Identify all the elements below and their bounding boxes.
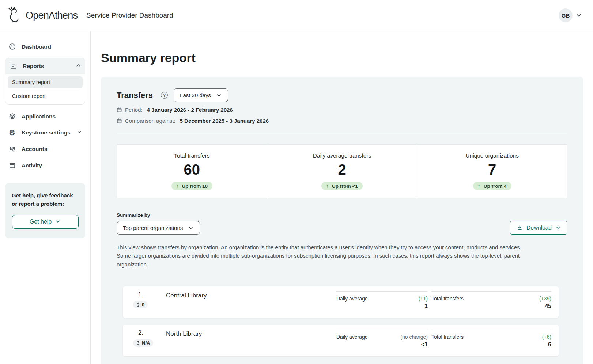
reports-group: Reports Summary report Custom report [5,58,85,105]
daily-average-change: (+1) [419,296,428,302]
change-badge: ↑ Up from <1 [321,182,363,190]
total-transfers-value: 6 [431,341,551,348]
stat-card-unique-organizations: Unique organizations 7 ↑ Up from 4 [417,145,567,198]
up-arrow-icon: ↑ [326,183,329,189]
gear-icon: ⚙ [8,129,16,136]
table-row[interactable]: 1. 0 Central Library Daily average (+1) … [123,286,559,318]
daily-average-value: <1 [336,341,428,348]
sidebar-item-label: Dashboard [22,43,51,50]
rank-change-pill: N/A [133,339,153,347]
rank-column: 2. N/A [133,330,166,347]
stat-value: 60 [117,162,267,178]
rank-change-up-down-icon [136,302,140,307]
comparison-value: 5 December 2025 - 3 January 2026 [180,118,269,124]
organization-name: North Library [166,330,336,338]
total-transfers-label: Total transfers [431,334,464,340]
get-help-chevron-down-icon [55,219,61,224]
stat-label: Unique organizations [417,152,567,159]
sidebar: Dashboard Reports Summary report Custom … [0,31,91,364]
download-icon [517,225,523,231]
total-transfers-cell: Total transfers (+39) 45 [431,291,551,310]
date-range-value: Last 30 days [180,92,211,98]
page-title: Summary report [101,51,593,65]
stat-label: Total transfers [117,152,267,159]
stat-card-total-transfers: Total transfers 60 ↑ Up from 10 [117,145,267,198]
total-transfers-value: 45 [431,303,551,310]
download-chevron-down-icon [555,225,561,231]
sidebar-item-applications[interactable]: Applications [5,108,85,125]
rank-change-value: 0 [142,302,144,307]
sidebar-subitem-summary-report[interactable]: Summary report [8,76,83,88]
rank-change-up-down-icon [136,341,140,346]
daily-average-label: Daily average [336,334,368,340]
change-text: Up from 4 [484,183,507,189]
rank-change-pill: 0 [133,301,148,308]
openathens-logo-icon [7,6,22,25]
organization-name: Central Library [166,291,336,299]
transfers-panel: Transfers ? Last 30 days Period: 4 Janua… [101,77,583,364]
total-transfers-label: Total transfers [431,296,464,302]
total-transfers-change: (+6) [542,334,551,340]
date-range-select[interactable]: Last 30 days [174,88,228,102]
total-transfers-change: (+39) [539,296,551,302]
date-range-chevron-down-icon [216,92,222,98]
up-arrow-icon: ↑ [478,183,480,189]
change-text: Up from 10 [182,183,208,189]
main-content: Summary report Transfers ? Last 30 days … [91,31,593,364]
sidebar-item-dashboard[interactable]: Dashboard [5,38,85,55]
sidebar-item-label: Activity [22,162,42,169]
app-header: OpenAthens Service Provider Dashboard GB [0,0,593,31]
change-text: Up from <1 [332,183,358,189]
view-description: This view shows transfers by organizatio… [117,243,533,269]
user-menu-chevron-down-icon[interactable] [575,12,582,19]
rank-number: 2. [133,330,166,336]
daily-average-value: 1 [336,303,428,310]
calendar-icon [117,107,122,113]
reports-icon [9,62,17,70]
sidebar-item-activity[interactable]: Activity [5,157,85,174]
rank-column: 1. 0 [133,291,166,309]
comparison-label: Comparison against: [125,118,175,124]
get-help-button[interactable]: Get help [12,215,79,229]
divider [117,134,567,134]
brand-wordmark: OpenAthens [26,10,78,21]
stat-card-daily-average: Daily average transfers 2 ↑ Up from <1 [267,145,417,198]
change-badge: ↑ Up from 10 [171,182,213,190]
sidebar-item-keystone-settings[interactable]: ⚙ Keystone settings [5,125,85,141]
reports-chevron-up-icon [75,62,81,70]
transfers-help-icon[interactable]: ? [161,92,168,99]
dashboard-icon [8,43,16,50]
period-label: Period: [125,107,143,113]
summarize-by-group: Summarize by Top parent organizations [117,212,200,235]
change-badge: ↑ Up from 4 [473,182,511,190]
sidebar-item-label: Accounts [22,146,48,152]
stat-label: Daily average transfers [267,152,417,159]
brand: OpenAthens [7,6,78,25]
sidebar-item-accounts[interactable]: Accounts [5,141,85,157]
summarize-by-select[interactable]: Top parent organizations [117,221,200,235]
sidebar-item-label: Keystone settings [22,129,71,136]
up-arrow-icon: ↑ [176,183,179,189]
user-avatar[interactable]: GB [559,8,573,22]
daily-average-cell: Daily average (+1) 1 [336,291,428,310]
get-help-label: Get help [30,219,52,225]
sidebar-item-reports[interactable]: Reports [5,58,85,74]
period-line: Period: 4 January 2026 - 2 February 2026 [117,107,567,113]
stat-value: 7 [417,162,567,178]
download-button[interactable]: Download [510,221,567,235]
rank-change-value: N/A [142,340,150,346]
transfers-heading: Transfers [117,91,153,100]
sidebar-subitem-custom-report[interactable]: Custom report [8,90,83,102]
app-title: Service Provider Dashboard [86,11,173,19]
rank-number: 1. [133,291,166,298]
period-value: 4 January 2026 - 2 February 2026 [147,107,233,113]
sidebar-item-label: Reports [23,63,44,69]
total-transfers-cell: Total transfers (+6) 6 [431,330,551,348]
organization-rows: 1. 0 Central Library Daily average (+1) … [123,286,559,356]
comparison-line: Comparison against: 5 December 2025 - 3 … [117,118,567,124]
table-row[interactable]: 2. N/A North Library Daily average (no c… [123,325,559,356]
download-label: Download [526,224,552,231]
sidebar-item-label: Applications [22,113,56,120]
activity-archive-icon [8,162,16,169]
accounts-people-icon [8,145,16,153]
